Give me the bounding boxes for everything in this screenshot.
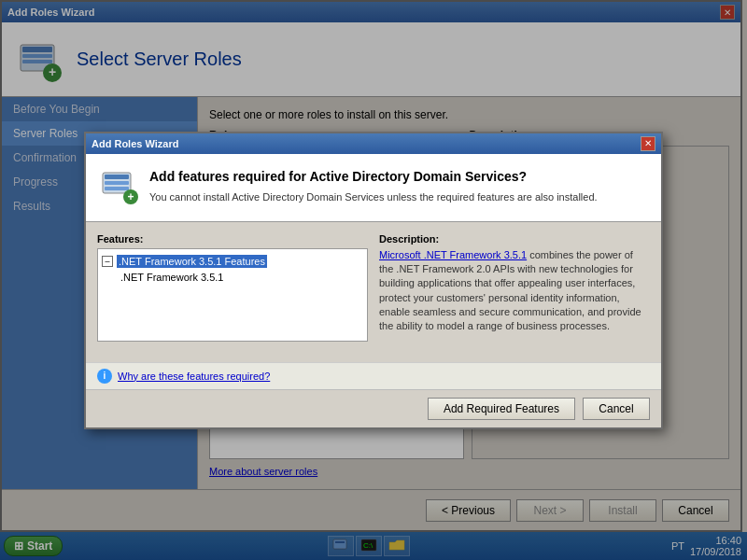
modal-description-para: You cannot install Active Directory Doma…	[149, 191, 598, 203]
modal-dialog: Add Roles Wizard ✕ + Add features requir…	[84, 132, 663, 429]
feature-checkbox-net[interactable]: –	[102, 256, 113, 267]
modal-header: + Add features required for Active Direc…	[86, 154, 661, 222]
modal-title: Add Roles Wizard	[92, 138, 178, 149]
modal-titlebar: Add Roles Wizard ✕	[86, 133, 661, 154]
svg-rect-7	[105, 175, 129, 179]
feature-label-net: .NET Framework 3.5.1 Features	[117, 255, 267, 268]
desc-text-content: combines the power of the .NET Framework…	[379, 249, 641, 332]
why-features-link[interactable]: Why are these features required?	[118, 371, 270, 382]
modal-footer: Add Required Features Cancel	[86, 389, 661, 427]
modal-features-section: Features: – .NET Framework 3.5.1 Feature…	[97, 233, 368, 351]
modal-heading: Add features required for Active Directo…	[149, 169, 598, 184]
info-icon: i	[97, 369, 112, 384]
features-list: – .NET Framework 3.5.1 Features .NET Fra…	[97, 248, 368, 342]
modal-close-button[interactable]: ✕	[641, 136, 655, 151]
modal-body: Features: – .NET Framework 3.5.1 Feature…	[86, 222, 661, 362]
modal-description-section: Description: Microsoft .NET Framework 3.…	[368, 233, 650, 351]
modal-overlay: Add Roles Wizard ✕ + Add features requir…	[0, 0, 747, 560]
feature-child-net: .NET Framework 3.5.1	[120, 270, 363, 285]
add-required-features-button[interactable]: Add Required Features	[428, 398, 575, 420]
modal-cancel-button[interactable]: Cancel	[583, 398, 650, 420]
modal-header-icon: +	[101, 169, 138, 206]
modal-header-content: Add features required for Active Directo…	[149, 169, 598, 203]
feature-item-net: – .NET Framework 3.5.1 Features	[102, 253, 363, 270]
feature-child-label: .NET Framework 3.5.1	[120, 272, 223, 283]
desc-text: Microsoft .NET Framework 3.5.1 combines …	[379, 248, 650, 334]
modal-info-bar: i Why are these features required?	[86, 362, 661, 389]
features-label: Features:	[97, 233, 368, 245]
net-framework-link[interactable]: Microsoft .NET Framework 3.5.1	[379, 249, 527, 260]
svg-text:+: +	[127, 190, 134, 203]
svg-rect-9	[105, 187, 129, 190]
svg-rect-8	[105, 181, 129, 185]
desc-label: Description:	[379, 233, 650, 245]
